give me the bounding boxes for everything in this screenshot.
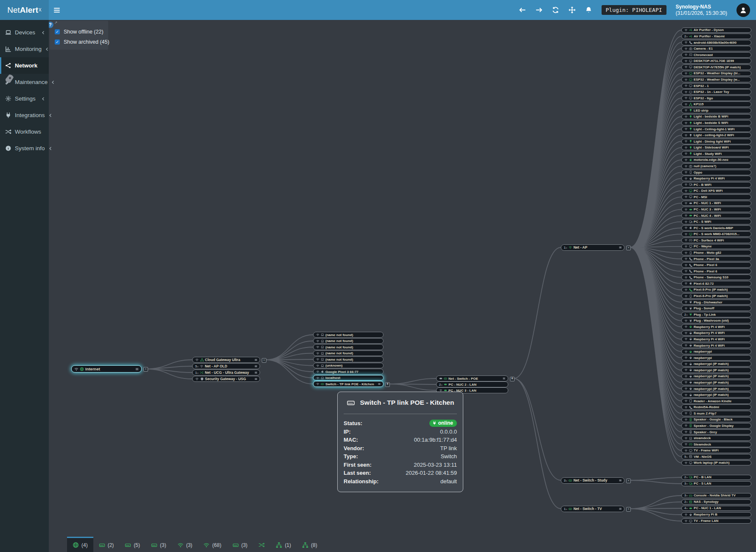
device-node[interactable]: 1▸Net - UCG - Ultra Gateway — [192, 370, 260, 375]
device-node[interactable]: KP115 — [681, 101, 751, 107]
node-menu-button[interactable] — [619, 479, 622, 482]
device-node[interactable]: Cloud Gateway Ultra — [192, 357, 260, 363]
collapse-connector-button[interactable]: - — [626, 507, 631, 512]
device-node[interactable]: Raspberry Pi 4 WiFi — [681, 324, 751, 330]
pan-mode-button[interactable] — [568, 6, 576, 14]
device-node[interactable]: 2▸PC - B LAN — [681, 475, 751, 480]
device-node[interactable]: null (camera?) — [681, 163, 751, 169]
device-node[interactable]: 3▸Net - Switch - Study — [561, 477, 624, 484]
subnet-tab-7[interactable]: (3) — [227, 537, 253, 552]
sidebar-item-workflows[interactable]: Workflows — [0, 123, 49, 140]
device-node[interactable]: Light - bedside S WiFi — [681, 120, 751, 126]
forward-button[interactable] — [535, 6, 543, 14]
sidebar-item-devices[interactable]: Devices — [0, 24, 49, 41]
device-node[interactable]: Security Gateway - USG — [192, 376, 260, 382]
node-menu-button[interactable] — [254, 371, 258, 375]
device-node[interactable]: 2▸Plug - Tp-Link — [681, 312, 751, 317]
device-node[interactable]: Pixel-6 82:72 — [681, 281, 751, 286]
device-node[interactable]: Pixel-9-Pro (IP match) — [681, 287, 751, 293]
plugin-status-badge[interactable]: Plugin: PIHOLEAPI — [602, 5, 666, 15]
device-node[interactable]: Raspberry Pi B — [681, 512, 751, 518]
device-node[interactable]: Plug - Washroom (old) — [681, 318, 751, 323]
device-node[interactable]: ESP32 - Weather Display (w... — [681, 77, 751, 82]
expand-connector-button[interactable]: + — [510, 377, 515, 381]
sidebar-item-integrations[interactable]: Integrations — [0, 107, 49, 123]
node-menu-button[interactable] — [254, 364, 258, 368]
device-node[interactable]: Raspberry Pi 4 WiFi — [681, 331, 751, 336]
device-node[interactable]: PC - S work MMD-67082015... — [681, 231, 751, 237]
subnet-tab-9[interactable]: (1) — [270, 537, 297, 552]
device-node[interactable]: 2▸Air Purifier - Xiaomi — [681, 34, 751, 39]
app-logo[interactable]: NetAlertX — [0, 0, 49, 20]
device-node[interactable]: Phone - Samsung S10 — [681, 275, 751, 280]
device-node[interactable]: 4▸PC - NUC 1 - LAN — [681, 506, 751, 511]
back-button[interactable] — [519, 6, 526, 14]
node-menu-button[interactable] — [619, 507, 622, 511]
device-node[interactable]: Raspberry Pi 4 WiFi — [681, 343, 751, 348]
node-menu-button[interactable] — [619, 246, 622, 249]
device-node[interactable]: Reader - Amazon Kindle — [681, 398, 751, 404]
device-node[interactable]: 3▸Console - Nvidia Shield TV — [681, 493, 751, 499]
device-node[interactable]: raspberrypi (IP match) — [681, 386, 751, 392]
device-node[interactable]: (unknown) — [313, 363, 384, 369]
notifications-button[interactable] — [585, 6, 592, 14]
device-node[interactable]: Light - ceiling-light-2 WiFi — [681, 132, 751, 138]
device-node[interactable]: Light - Ceiling-light-1 WiFi — [681, 126, 751, 132]
device-node[interactable]: Raspberry Pi 4 WiFi — [681, 176, 751, 181]
device-node[interactable]: ESP32 - tigo — [681, 95, 751, 101]
subnet-tab-10[interactable]: (8) — [297, 537, 323, 552]
device-node[interactable]: Oppo — [681, 170, 751, 175]
rocket-icon[interactable] — [1, 72, 17, 87]
device-node[interactable]: DESKTOP-IV7E55N (IP match) — [681, 64, 751, 70]
device-node[interactable]: PC - S work Daniels-MBP — [681, 225, 751, 231]
sidebar-item-monitoring[interactable]: Monitoring — [0, 41, 49, 57]
device-node[interactable]: Phone - Moto g82 — [681, 250, 751, 255]
show-offline-checkbox[interactable]: ✓ — [55, 29, 60, 34]
device-node[interactable]: DESKTOP-H71L7GE 1E99 — [681, 58, 751, 64]
device-node[interactable]: Net - Switch - POE — [436, 375, 508, 381]
device-node[interactable]: PC - NUC 4 - WiFi — [681, 213, 751, 219]
device-node[interactable]: PC - Surface 4 WiFi — [681, 238, 751, 243]
device-node[interactable]: raspberrypi (IP match) — [681, 392, 751, 398]
collapse-connector-button[interactable]: - — [143, 367, 148, 372]
device-node[interactable]: 1▸Net - AP — [561, 244, 624, 251]
device-node[interactable]: raspberrypi — [681, 349, 751, 354]
device-node[interactable]: (name not found) — [313, 338, 384, 344]
sidebar-item-system-info[interactable]: System info — [0, 140, 49, 157]
device-node[interactable]: PC - Dell XPS WiFi — [681, 188, 751, 193]
subnet-tab-6[interactable]: (68) — [198, 537, 227, 552]
refresh-button[interactable] — [552, 6, 559, 14]
device-node[interactable]: ESP32 - 1 — [681, 83, 751, 89]
subnet-tab-4[interactable]: (3) — [146, 537, 172, 552]
device-node[interactable]: Speaker - Google - Black — [681, 417, 751, 423]
device-node[interactable]: Air Purifier - Dyson — [681, 28, 751, 33]
expand-connector-button[interactable]: + — [385, 382, 390, 387]
device-node[interactable]: Raspberry Pi 4 WiFi — [681, 336, 751, 342]
show-archived-checkbox[interactable]: ✓ — [55, 39, 60, 45]
device-node[interactable]: ESP32 - 1n - Laser Toy — [681, 89, 751, 95]
subnet-tab-2[interactable]: (2) — [93, 537, 120, 552]
device-node[interactable]: Redmi5A-Redmi — [681, 404, 751, 410]
device-node[interactable]: Work laptop (IP match) — [681, 460, 751, 466]
device-node[interactable]: Internet — [71, 365, 142, 373]
subnet-tab-5[interactable]: (3) — [172, 537, 198, 552]
device-node[interactable]: Speaker - Google Display — [681, 423, 751, 429]
device-node[interactable]: Light - bedside B WiFi — [681, 114, 751, 120]
device-node[interactable]: 1▸Net - Switch - TV — [561, 506, 624, 512]
collapse-connector-button[interactable]: - — [626, 479, 631, 483]
device-node[interactable]: Phone - Pixel 3a — [681, 256, 751, 262]
sidebar-item-network[interactable]: Network — [0, 57, 49, 74]
node-menu-button[interactable] — [378, 382, 381, 386]
device-node[interactable]: android-68608b93a00e4690 — [681, 40, 751, 45]
device-node[interactable]: Light - Dining light WiFi — [681, 139, 751, 144]
sidebar-toggle-button[interactable] — [53, 6, 61, 14]
device-node[interactable]: raspberrypi (IP match) — [681, 361, 751, 367]
device-node[interactable]: PC - MSI — [681, 194, 751, 200]
device-node[interactable]: Switch - TP link POE - Kitchen — [313, 381, 384, 387]
device-node[interactable]: steamdeck — [681, 435, 751, 441]
device-node[interactable]: 2▸NAS - Synology — [681, 499, 751, 505]
device-node[interactable]: PC - Wayne — [681, 244, 751, 249]
device-node[interactable]: Steamdeck — [681, 442, 751, 447]
device-node[interactable]: ESP32 - Weather Display (bl... — [681, 71, 751, 76]
device-node[interactable]: Light - Sideboard WiFi — [681, 145, 751, 150]
